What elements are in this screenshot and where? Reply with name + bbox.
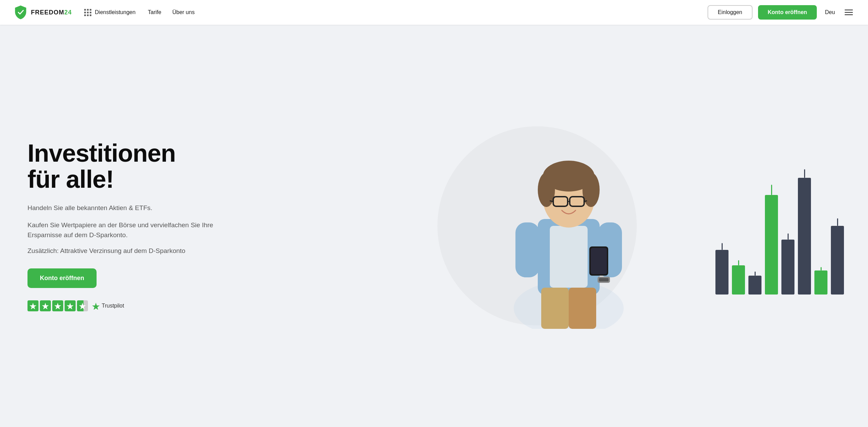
nav-item-ueber-uns[interactable]: Über uns: [172, 9, 194, 15]
hamburger-menu[interactable]: [843, 8, 854, 16]
svg-rect-16: [541, 288, 569, 329]
trustpilot-logo: Trustpilot: [92, 302, 124, 310]
person-svg: [497, 130, 641, 329]
candle-7: [814, 267, 827, 295]
svg-rect-15: [591, 248, 607, 274]
svg-rect-12: [515, 222, 539, 277]
trustpilot-row: Trustpilot: [27, 300, 220, 311]
navbar-right: Einloggen Konto eröffnen Deu: [708, 5, 854, 20]
hero-extra: Zusätzlich: Attraktive Verzinsung auf de…: [27, 247, 220, 255]
open-account-button-nav[interactable]: Konto eröffnen: [758, 5, 817, 20]
shield-icon: [14, 5, 27, 20]
svg-line-10: [550, 201, 553, 201]
svg-rect-17: [569, 288, 596, 329]
hero-person: [490, 123, 648, 329]
hero-cta-button[interactable]: Konto eröffnen: [27, 268, 97, 288]
trustpilot-stars: [27, 300, 88, 311]
navbar: FREEDOM 24 Dienstleistungen Tarife: [0, 0, 868, 25]
candlestick-chart: [715, 169, 844, 295]
login-button[interactable]: Einloggen: [708, 5, 753, 20]
star-2: [40, 300, 51, 311]
candle-5: [781, 233, 794, 295]
navbar-left: FREEDOM 24 Dienstleistungen Tarife: [14, 5, 708, 20]
candle-6: [798, 169, 811, 295]
svg-rect-19: [599, 278, 609, 281]
services-menu-item[interactable]: Dienstleistungen: [84, 9, 135, 16]
nav-item-tarife[interactable]: Tarife: [148, 9, 161, 15]
language-selector[interactable]: Deu: [825, 9, 835, 15]
logo-24: 24: [64, 9, 72, 15]
star-5-half: [77, 300, 88, 311]
star-1: [27, 300, 38, 311]
trustpilot-icon: [92, 302, 100, 310]
hero-subtitle: Handeln Sie alle bekannten Aktien & ETFs…: [27, 203, 220, 213]
nav-links: Tarife Über uns: [148, 9, 194, 15]
logo-link[interactable]: FREEDOM 24: [14, 5, 72, 20]
candle-8: [831, 218, 844, 295]
trustpilot-label: Trustpilot: [102, 303, 124, 309]
hero-title: Investitionen für alle!: [27, 140, 220, 192]
candle-1: [715, 243, 728, 295]
hero-desc: Kaufen Sie Wertpapiere an der Börse und …: [27, 220, 220, 240]
hero-section: Investitionen für alle! Handeln Sie alle…: [0, 25, 868, 427]
candle-4: [765, 185, 778, 295]
hero-right: [220, 123, 854, 329]
svg-line-11: [584, 201, 587, 201]
candle-3: [748, 272, 761, 295]
logo-freedom: FREEDOM: [31, 9, 64, 15]
hero-left: Investitionen für alle! Handeln Sie alle…: [27, 140, 220, 311]
star-4: [65, 300, 76, 311]
logo-text: FREEDOM 24: [31, 9, 72, 15]
star-3: [52, 300, 63, 311]
candle-2: [732, 260, 745, 295]
svg-rect-2: [550, 226, 588, 288]
services-link[interactable]: Dienstleistungen: [95, 9, 135, 15]
svg-point-6: [582, 173, 600, 207]
grid-icon: [84, 9, 91, 16]
